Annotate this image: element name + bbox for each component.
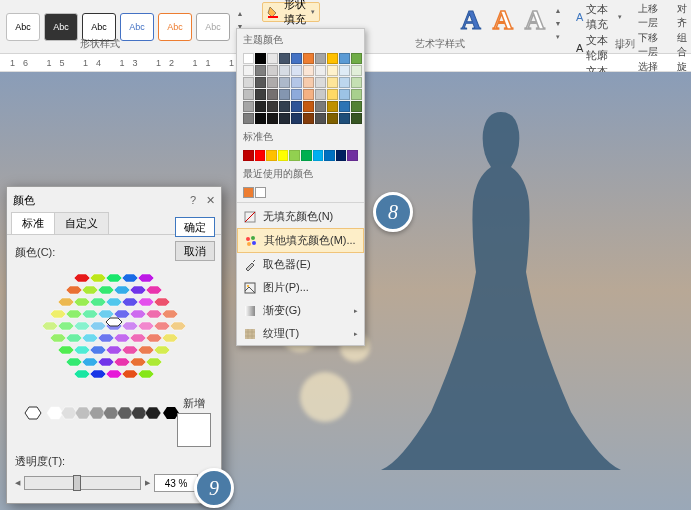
style-preset-5[interactable]: Abc — [158, 13, 192, 41]
color-swatch[interactable] — [266, 150, 277, 161]
color-swatch[interactable] — [351, 113, 362, 124]
color-swatch[interactable] — [255, 53, 266, 64]
close-icon[interactable]: ✕ — [206, 194, 215, 207]
color-swatch[interactable] — [327, 89, 338, 100]
color-swatch[interactable] — [255, 187, 266, 198]
wordart-gallery[interactable]: A A A ▲▼▾ — [452, 0, 568, 53]
shape-styles-gallery[interactable]: Abc Abc Abc Abc Abc Abc ▲▼▾ — [0, 0, 252, 53]
help-icon[interactable]: ? — [190, 194, 196, 207]
color-swatch[interactable] — [243, 89, 254, 100]
color-swatch[interactable] — [327, 101, 338, 112]
gradient-fill-item[interactable]: 渐变(G)▸ — [237, 299, 364, 322]
color-swatch[interactable] — [279, 89, 290, 100]
color-swatch[interactable] — [303, 113, 314, 124]
color-swatch[interactable] — [289, 150, 300, 161]
color-swatch[interactable] — [351, 77, 362, 88]
style-preset-6[interactable]: Abc — [196, 13, 230, 41]
color-swatch[interactable] — [291, 89, 302, 100]
standard-color-row[interactable] — [237, 148, 364, 163]
color-swatch[interactable] — [255, 113, 266, 124]
color-swatch[interactable] — [315, 89, 326, 100]
color-swatch[interactable] — [291, 65, 302, 76]
color-swatch[interactable] — [315, 113, 326, 124]
more-fill-colors-item[interactable]: 其他填充颜色(M)... — [237, 228, 364, 253]
color-swatch[interactable] — [339, 101, 350, 112]
color-swatch[interactable] — [243, 101, 254, 112]
color-swatch[interactable] — [279, 101, 290, 112]
style-preset-2[interactable]: Abc — [44, 13, 78, 41]
color-swatch[interactable] — [243, 113, 254, 124]
ok-button[interactable]: 确定 — [175, 217, 215, 237]
slider-left-icon[interactable]: ◀ — [15, 479, 20, 487]
color-swatch[interactable] — [267, 77, 278, 88]
color-swatch[interactable] — [351, 65, 362, 76]
color-swatch[interactable] — [243, 77, 254, 88]
color-swatch[interactable] — [243, 53, 254, 64]
transparency-slider[interactable] — [24, 476, 141, 490]
style-preset-4[interactable]: Abc — [120, 13, 154, 41]
send-backward-button[interactable]: 下移一层 — [638, 31, 666, 59]
color-swatch[interactable] — [351, 53, 362, 64]
slider-right-icon[interactable]: ▶ — [145, 479, 150, 487]
color-swatch[interactable] — [278, 150, 289, 161]
no-fill-item[interactable]: 无填充颜色(N) — [237, 205, 364, 228]
color-swatch[interactable] — [255, 65, 266, 76]
tab-standard[interactable]: 标准 — [11, 212, 55, 234]
cancel-button[interactable]: 取消 — [175, 241, 215, 261]
color-swatch[interactable] — [336, 150, 347, 161]
wordart-expand[interactable]: ▲▼▾ — [552, 4, 564, 44]
wordart-preset-2[interactable]: A — [488, 4, 518, 49]
color-swatch[interactable] — [279, 65, 290, 76]
recent-color-row[interactable] — [237, 185, 364, 200]
color-swatch[interactable] — [313, 150, 324, 161]
color-swatch[interactable] — [279, 53, 290, 64]
color-swatch[interactable] — [279, 113, 290, 124]
wordart-preset-3[interactable]: A — [520, 4, 550, 49]
color-swatch[interactable] — [243, 187, 254, 198]
color-swatch[interactable] — [255, 89, 266, 100]
align-button[interactable]: 对齐 — [677, 2, 691, 30]
shape-fill-button[interactable]: 形状填充 ▾ — [262, 2, 320, 22]
color-swatch[interactable] — [267, 65, 278, 76]
color-swatch[interactable] — [279, 77, 290, 88]
color-swatch[interactable] — [315, 101, 326, 112]
color-swatch[interactable] — [291, 77, 302, 88]
picture-fill-item[interactable]: 图片(P)... — [237, 276, 364, 299]
color-swatch[interactable] — [327, 113, 338, 124]
color-swatch[interactable] — [351, 101, 362, 112]
color-swatch[interactable] — [327, 65, 338, 76]
theme-color-grid[interactable] — [237, 51, 364, 126]
color-swatch[interactable] — [324, 150, 335, 161]
color-swatch[interactable] — [301, 150, 312, 161]
color-swatch[interactable] — [303, 101, 314, 112]
color-swatch[interactable] — [315, 65, 326, 76]
color-swatch[interactable] — [291, 53, 302, 64]
color-swatch[interactable] — [315, 77, 326, 88]
color-swatch[interactable] — [351, 89, 362, 100]
color-swatch[interactable] — [291, 113, 302, 124]
color-swatch[interactable] — [303, 77, 314, 88]
eyedropper-item[interactable]: 取色器(E) — [237, 253, 364, 276]
style-preset-1[interactable]: Abc — [6, 13, 40, 41]
color-swatch[interactable] — [267, 101, 278, 112]
color-swatch[interactable] — [303, 53, 314, 64]
color-swatch[interactable] — [339, 89, 350, 100]
color-swatch[interactable] — [339, 65, 350, 76]
color-swatch[interactable] — [303, 65, 314, 76]
group-button[interactable]: 组合 — [677, 31, 691, 59]
color-swatch[interactable] — [291, 101, 302, 112]
color-swatch[interactable] — [303, 89, 314, 100]
color-swatch[interactable] — [267, 89, 278, 100]
color-swatch[interactable] — [243, 150, 254, 161]
color-swatch[interactable] — [267, 53, 278, 64]
bring-forward-button[interactable]: 上移一层 — [638, 2, 666, 30]
color-swatch[interactable] — [255, 101, 266, 112]
color-swatch[interactable] — [339, 113, 350, 124]
color-swatch[interactable] — [255, 77, 266, 88]
color-swatch[interactable] — [267, 113, 278, 124]
color-swatch[interactable] — [243, 65, 254, 76]
color-swatch[interactable] — [327, 53, 338, 64]
color-swatch[interactable] — [339, 77, 350, 88]
color-swatch[interactable] — [347, 150, 358, 161]
silhouette-shape[interactable] — [361, 92, 641, 472]
